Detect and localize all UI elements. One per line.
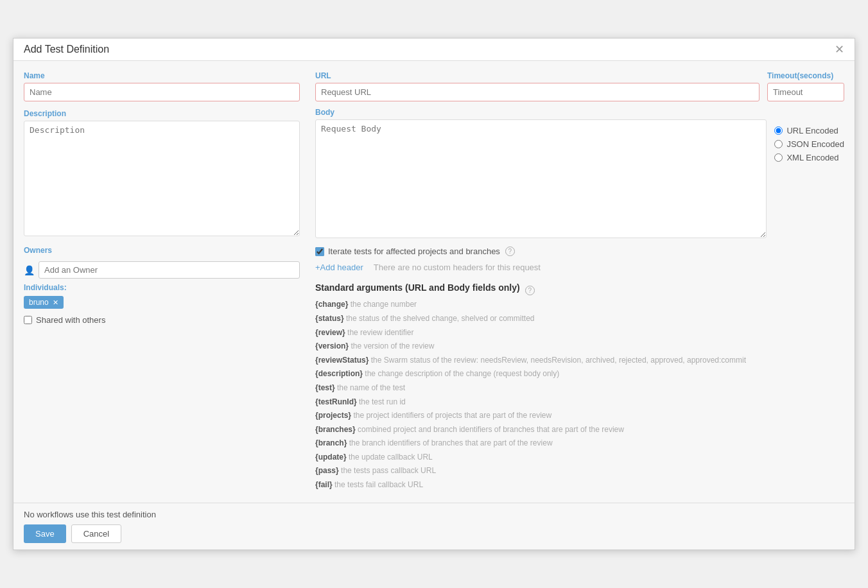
arg-row: {change} the change number (315, 298, 844, 312)
name-label: Name (24, 71, 300, 80)
std-args-title: Standard arguments (URL and Body fields … (315, 282, 520, 293)
url-encoded-radio[interactable] (774, 126, 783, 135)
individuals-label: Individuals: (24, 283, 67, 292)
body-input[interactable] (315, 119, 767, 238)
body-label: Body (315, 108, 767, 117)
arg-key: {branches} (315, 425, 356, 434)
url-input[interactable] (315, 83, 759, 101)
arg-desc: the test run id (359, 397, 406, 406)
arg-desc: combined project and branch identifiers … (358, 425, 624, 434)
arg-row: {status} the status of the shelved chang… (315, 312, 844, 326)
owner-tag: bruno ✕ (24, 296, 64, 309)
arg-key: {projects} (315, 411, 351, 420)
url-timeout-row: URL Timeout(seconds) (315, 71, 844, 101)
xml-encoded-radio[interactable] (774, 153, 783, 162)
arg-desc: the tests pass callback URL (341, 466, 436, 475)
description-field-group: Description (24, 109, 300, 238)
arg-row: {branch} the branch identifiers of branc… (315, 437, 844, 451)
arg-desc: the change description of the change (re… (365, 369, 559, 378)
footer-notice: No workflows use this test definition (24, 510, 844, 519)
body-field-group: Body (315, 108, 767, 240)
std-args-title-row: Standard arguments (URL and Body fields … (315, 282, 844, 298)
iterate-row: Iterate tests for affected projects and … (315, 246, 844, 256)
std-args-section: Standard arguments (URL and Body fields … (315, 282, 844, 492)
arg-desc: the name of the test (337, 383, 405, 392)
close-button[interactable]: ✕ (835, 44, 844, 55)
arg-key: {reviewStatus} (315, 356, 369, 365)
tag-row: bruno ✕ (24, 296, 300, 309)
arg-row: {update} the update callback URL (315, 451, 844, 465)
arg-desc: the project identifiers of projects that… (353, 411, 551, 420)
arg-row: {reviewStatus} the Swarm status of the r… (315, 354, 844, 368)
json-encoded-label: JSON Encoded (786, 139, 844, 149)
body-encoding-row: Body URL Encoded JSON Encoded XML Encode… (315, 108, 844, 240)
name-input[interactable] (24, 83, 300, 101)
dialog-header: Add Test Definition ✕ (13, 39, 855, 61)
arg-row: {version} the version of the review (315, 340, 844, 354)
timeout-field-group: Timeout(seconds) (767, 71, 844, 101)
arg-desc: the branch identifiers of branches that … (349, 438, 553, 447)
save-button[interactable]: Save (24, 524, 66, 543)
shared-label: Shared with others (36, 315, 105, 325)
encoding-options: URL Encoded JSON Encoded XML Encoded (774, 108, 844, 162)
json-encoded-row: JSON Encoded (774, 139, 844, 149)
arg-desc: the version of the review (351, 342, 434, 350)
std-args-help-icon[interactable]: ? (525, 286, 535, 295)
arg-key: {fail} (315, 480, 333, 489)
arg-desc: the tests fail callback URL (334, 480, 423, 489)
arg-key: {change} (315, 300, 348, 309)
arg-row: {pass} the tests pass callback URL (315, 464, 844, 478)
description-input[interactable] (24, 121, 300, 236)
arg-row: {projects} the project identifiers of pr… (315, 409, 844, 423)
arg-row: {test} the name of the test (315, 381, 844, 395)
tag-remove-button[interactable]: ✕ (53, 299, 58, 306)
url-field-group: URL (315, 71, 759, 101)
arg-row: {description} the change description of … (315, 367, 844, 381)
no-headers-text: There are no custom headers for this req… (374, 263, 541, 272)
url-encoded-label: URL Encoded (786, 126, 838, 135)
iterate-checkbox[interactable] (315, 247, 324, 256)
shared-checkbox-row: Shared with others (24, 315, 300, 325)
arg-desc: the change number (351, 300, 417, 309)
url-encoded-row: URL Encoded (774, 126, 844, 135)
dialog-footer: No workflows use this test definition Sa… (13, 503, 855, 549)
arg-key: {update} (315, 453, 347, 462)
description-label: Description (24, 109, 300, 118)
arg-key: {pass} (315, 466, 339, 475)
arg-key: {status} (315, 314, 344, 323)
arg-desc: the Swarm status of the review: needsRev… (371, 356, 746, 365)
arg-key: {branch} (315, 438, 347, 447)
iterate-label: Iterate tests for affected projects and … (328, 246, 500, 256)
url-label: URL (315, 71, 759, 80)
arg-desc: the status of the shelved change, shelve… (346, 314, 535, 323)
left-panel: Name Description Owners 👤 Individuals: (24, 71, 300, 492)
owners-section: Owners 👤 Individuals: bruno ✕ Shared w (24, 246, 300, 325)
arg-key: {test} (315, 383, 335, 392)
xml-encoded-label: XML Encoded (786, 153, 838, 162)
add-test-definition-dialog: Add Test Definition ✕ Name Description O… (13, 38, 855, 549)
json-encoded-radio[interactable] (774, 140, 783, 148)
arg-key: {testRunId} (315, 397, 357, 406)
user-icon: 👤 (24, 265, 35, 275)
cancel-button[interactable]: Cancel (71, 524, 121, 543)
arg-key: {version} (315, 342, 349, 350)
tag-name: bruno (29, 298, 49, 307)
dialog-title: Add Test Definition (24, 44, 109, 55)
shared-checkbox[interactable] (24, 316, 32, 324)
arg-key: {review} (315, 328, 345, 337)
add-header-button[interactable]: +Add header (315, 263, 363, 272)
arg-desc: the update callback URL (349, 453, 433, 462)
owners-input[interactable] (39, 261, 300, 279)
dialog-body: Name Description Owners 👤 Individuals: (13, 61, 855, 502)
args-list: {change} the change number{status} the s… (315, 298, 844, 492)
add-header-row: +Add header There are no custom headers … (315, 263, 844, 272)
iterate-help-icon[interactable]: ? (505, 246, 515, 256)
footer-buttons: Save Cancel (24, 524, 844, 543)
arg-row: {branches} combined project and branch i… (315, 423, 844, 437)
owners-input-row: 👤 (24, 261, 300, 279)
xml-encoded-row: XML Encoded (774, 153, 844, 162)
timeout-label: Timeout(seconds) (767, 71, 844, 80)
timeout-input[interactable] (767, 83, 844, 101)
arg-row: {testRunId} the test run id (315, 395, 844, 410)
arg-key: {description} (315, 369, 363, 378)
